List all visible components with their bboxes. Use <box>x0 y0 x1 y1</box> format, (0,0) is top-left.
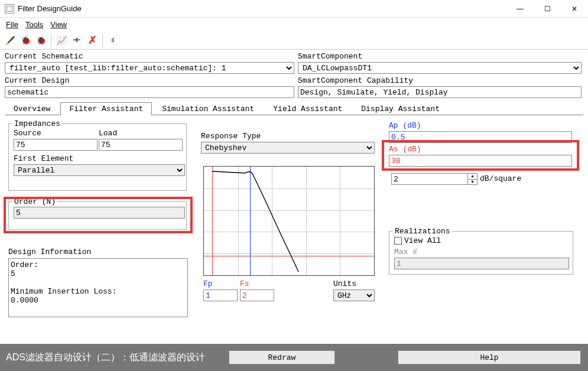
spin-up-icon[interactable]: ▲ <box>468 174 477 180</box>
tab-overview[interactable]: Overview <box>5 102 59 115</box>
window-title: Filter DesignGuide <box>18 4 506 13</box>
current-schematic-label: Current Schematic <box>5 52 294 61</box>
realizations-legend: Realizations <box>393 227 452 236</box>
units-select[interactable]: GHz <box>333 289 375 301</box>
toolbar: 🖋️ 🐞 🐞 📈 ⊣⊢ ✗ ♯ <box>0 31 588 50</box>
window-titlebar: Filter DesignGuide — ☐ ✕ <box>0 0 588 18</box>
response-type-label: Response Type <box>201 132 375 141</box>
smartcomponent-select[interactable]: DA_LCLowpassDT1 <box>298 62 581 74</box>
source-label: Source <box>14 129 98 138</box>
first-element-select[interactable]: Parallel <box>14 164 185 176</box>
tab-yield-assistant[interactable]: Yield Assistant <box>264 102 351 115</box>
component-icon[interactable]: ⊣⊢ <box>70 34 83 47</box>
impedances-legend: Impedances <box>12 119 62 128</box>
current-schematic-select[interactable]: filter_auto [test_lib:filter_auto:schema… <box>5 62 294 74</box>
realizations-group: Realizations View All Max # <box>389 231 573 275</box>
plot-curve <box>204 167 375 276</box>
fs-field[interactable] <box>240 289 274 301</box>
design-info-text[interactable]: Order: 5 Minimum Insertion Loss: 0.0000 <box>8 258 188 317</box>
ap-field[interactable] <box>389 131 572 143</box>
max-label: Max # <box>394 248 568 256</box>
redraw-button[interactable]: Redraw <box>229 350 335 365</box>
sc-capability-field[interactable] <box>298 86 581 98</box>
order-group: Order (N) <box>8 201 187 230</box>
impedances-group: Impedances Source Load First Element Par… <box>8 123 187 191</box>
response-plot <box>203 166 375 276</box>
source-field[interactable] <box>14 139 98 151</box>
fs-label: Fs <box>240 279 275 288</box>
grid-icon[interactable]: ♯ <box>106 34 119 47</box>
tool-icon-3[interactable]: 🐞 <box>34 34 47 47</box>
fp-field[interactable] <box>203 289 238 301</box>
current-design-field[interactable] <box>5 86 294 98</box>
as-field[interactable] <box>389 155 572 167</box>
ap-label: Ap (dB) <box>389 121 572 130</box>
order-legend: Order (N) <box>12 197 57 206</box>
tool-icon-1[interactable]: 🖋️ <box>4 34 17 47</box>
load-field[interactable] <box>99 139 183 151</box>
spin-down-icon[interactable]: ▼ <box>468 180 477 185</box>
toolbar-separator <box>51 34 51 47</box>
order-field[interactable] <box>14 207 185 219</box>
menubar: File Tools View <box>0 18 588 31</box>
max-field <box>394 258 569 269</box>
design-info-label: Design Information <box>8 248 91 256</box>
first-element-label: First Element <box>14 154 181 163</box>
tab-simulation-assistant[interactable]: Simulation Assistant <box>153 102 263 115</box>
close-button[interactable]: ✕ <box>561 0 588 18</box>
view-all-checkbox[interactable] <box>394 237 402 245</box>
menu-tools[interactable]: Tools <box>22 19 47 30</box>
load-label: Load <box>99 129 183 138</box>
dbsq-label: dB/square <box>480 174 521 183</box>
current-design-label: Current Design <box>5 76 294 85</box>
dbsq-field[interactable] <box>391 173 468 185</box>
app-icon <box>5 4 14 14</box>
smartcomponent-label: SmartComponent <box>298 52 581 61</box>
menu-file[interactable]: File <box>2 19 22 30</box>
chart-icon[interactable]: 📈 <box>55 34 68 47</box>
footer-text: ADS滤波器自动设计（二）：低通滤波器的设计 <box>0 352 205 364</box>
view-all-label: View All <box>404 236 441 245</box>
menu-view[interactable]: View <box>47 19 70 30</box>
tab-bar: Overview Filter Assistant Simulation Ass… <box>5 102 583 115</box>
tab-display-assistant[interactable]: Display Assistant <box>352 102 449 115</box>
toolbar-separator-2 <box>102 34 103 47</box>
tool-icon-2[interactable]: 🐞 <box>19 34 32 47</box>
as-label: As (dB) <box>389 145 572 154</box>
fp-label: Fp <box>203 279 239 288</box>
units-label: Units <box>333 279 375 288</box>
dbsq-spinbox[interactable]: ▲▼ <box>391 173 477 185</box>
x-icon[interactable]: ✗ <box>86 34 99 47</box>
help-button[interactable]: Help <box>398 350 581 365</box>
sc-capability-label: SmartComponent Capability <box>298 76 581 85</box>
tab-filter-assistant[interactable]: Filter Assistant <box>60 102 152 115</box>
maximize-button[interactable]: ☐ <box>534 0 561 18</box>
response-type-select[interactable]: Chebyshev <box>201 142 375 154</box>
minimize-button[interactable]: — <box>506 0 534 18</box>
bottom-bar: ADS滤波器自动设计（二）：低通滤波器的设计 Redraw Help <box>0 344 588 371</box>
